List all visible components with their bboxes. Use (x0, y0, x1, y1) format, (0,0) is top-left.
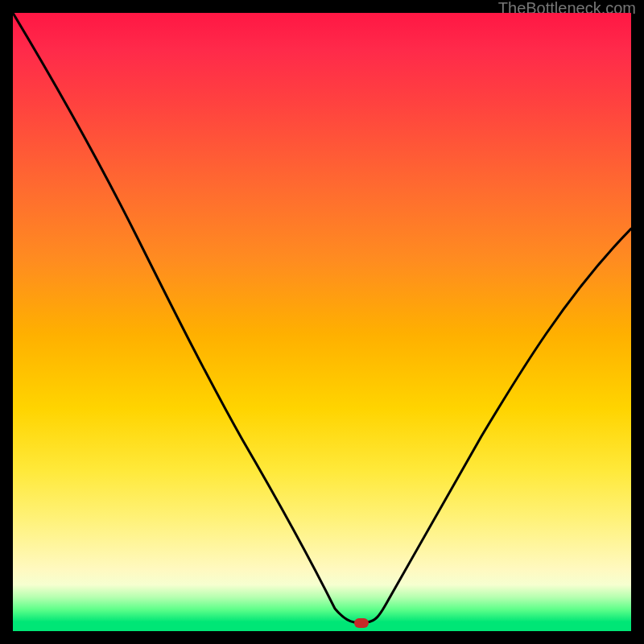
min-marker (354, 618, 369, 628)
bottleneck-curve (13, 13, 631, 622)
chart-frame: TheBottleneck.com (0, 0, 644, 644)
chart-svg (13, 13, 631, 631)
plot-area (13, 13, 631, 631)
